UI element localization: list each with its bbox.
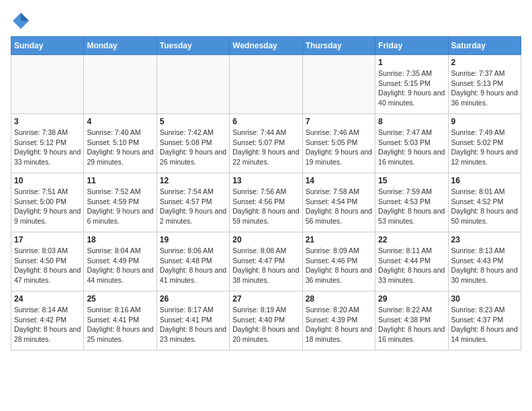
day-info: Sunrise: 8:20 AM Sunset: 4:39 PM Dayligh… <box>306 305 372 345</box>
day-info: Sunrise: 7:44 AM Sunset: 5:07 PM Dayligh… <box>232 128 299 167</box>
day-info: Sunrise: 7:52 AM Sunset: 4:59 PM Dayligh… <box>87 187 153 226</box>
day-info: Sunrise: 8:11 AM Sunset: 4:44 PM Dayligh… <box>378 246 445 285</box>
calendar-cell: 19Sunrise: 8:06 AM Sunset: 4:48 PM Dayli… <box>157 232 229 291</box>
day-number: 16 <box>451 176 518 185</box>
calendar-cell: 5Sunrise: 7:42 AM Sunset: 5:08 PM Daylig… <box>157 114 229 173</box>
calendar-cell: 11Sunrise: 7:52 AM Sunset: 4:59 PM Dayli… <box>84 173 157 232</box>
day-info: Sunrise: 7:47 AM Sunset: 5:03 PM Dayligh… <box>378 128 445 167</box>
logo-icon <box>11 11 31 31</box>
calendar-cell: 7Sunrise: 7:46 AM Sunset: 5:05 PM Daylig… <box>302 114 375 173</box>
day-number: 2 <box>451 58 518 67</box>
day-info: Sunrise: 7:49 AM Sunset: 5:02 PM Dayligh… <box>451 128 518 167</box>
day-number: 28 <box>306 294 372 304</box>
day-info: Sunrise: 8:16 AM Sunset: 4:41 PM Dayligh… <box>87 305 153 345</box>
calendar-cell: 14Sunrise: 7:58 AM Sunset: 4:54 PM Dayli… <box>302 173 375 232</box>
calendar-cell: 20Sunrise: 8:08 AM Sunset: 4:47 PM Dayli… <box>230 232 302 291</box>
weekday-header-monday: Monday <box>84 37 157 55</box>
day-number: 1 <box>378 58 445 67</box>
day-number: 12 <box>160 176 226 185</box>
day-info: Sunrise: 8:14 AM Sunset: 4:42 PM Dayligh… <box>14 305 81 345</box>
day-info: Sunrise: 8:08 AM Sunset: 4:47 PM Dayligh… <box>232 246 299 285</box>
day-number: 21 <box>306 235 372 244</box>
calendar-cell: 4Sunrise: 7:40 AM Sunset: 5:10 PM Daylig… <box>84 114 157 173</box>
day-number: 24 <box>14 294 81 304</box>
day-info: Sunrise: 8:06 AM Sunset: 4:48 PM Dayligh… <box>160 246 226 285</box>
calendar-cell <box>230 55 302 114</box>
day-info: Sunrise: 8:09 AM Sunset: 4:46 PM Dayligh… <box>306 246 372 285</box>
day-info: Sunrise: 8:04 AM Sunset: 4:49 PM Dayligh… <box>87 246 153 285</box>
day-number: 30 <box>451 294 518 304</box>
day-info: Sunrise: 8:19 AM Sunset: 4:40 PM Dayligh… <box>232 305 299 345</box>
day-info: Sunrise: 8:17 AM Sunset: 4:41 PM Dayligh… <box>160 305 226 345</box>
page-header <box>11 11 521 31</box>
weekday-header-thursday: Thursday <box>302 37 375 55</box>
calendar-cell: 17Sunrise: 8:03 AM Sunset: 4:50 PM Dayli… <box>11 232 84 291</box>
day-number: 20 <box>232 235 299 244</box>
day-info: Sunrise: 7:56 AM Sunset: 4:56 PM Dayligh… <box>232 187 299 226</box>
day-number: 14 <box>306 176 372 185</box>
day-info: Sunrise: 7:40 AM Sunset: 5:10 PM Dayligh… <box>87 128 153 167</box>
calendar-cell: 1Sunrise: 7:35 AM Sunset: 5:15 PM Daylig… <box>375 55 448 114</box>
day-info: Sunrise: 8:22 AM Sunset: 4:38 PM Dayligh… <box>378 305 445 345</box>
calendar-week-1: 3Sunrise: 7:38 AM Sunset: 5:12 PM Daylig… <box>11 114 521 173</box>
calendar-cell: 23Sunrise: 8:13 AM Sunset: 4:43 PM Dayli… <box>448 232 521 291</box>
calendar-cell: 22Sunrise: 8:11 AM Sunset: 4:44 PM Dayli… <box>375 232 448 291</box>
day-number: 19 <box>160 235 226 244</box>
day-number: 13 <box>232 176 299 185</box>
weekday-header-saturday: Saturday <box>448 37 521 55</box>
day-info: Sunrise: 7:58 AM Sunset: 4:54 PM Dayligh… <box>306 187 372 226</box>
calendar-table: SundayMondayTuesdayWednesdayThursdayFrid… <box>11 36 521 351</box>
calendar-cell: 3Sunrise: 7:38 AM Sunset: 5:12 PM Daylig… <box>11 114 84 173</box>
day-info: Sunrise: 7:51 AM Sunset: 5:00 PM Dayligh… <box>14 187 81 226</box>
calendar-body: 1Sunrise: 7:35 AM Sunset: 5:15 PM Daylig… <box>11 55 521 351</box>
calendar-header-row: SundayMondayTuesdayWednesdayThursdayFrid… <box>11 37 521 55</box>
calendar-cell: 12Sunrise: 7:54 AM Sunset: 4:57 PM Dayli… <box>157 173 229 232</box>
day-info: Sunrise: 7:54 AM Sunset: 4:57 PM Dayligh… <box>160 187 226 226</box>
calendar-cell: 24Sunrise: 8:14 AM Sunset: 4:42 PM Dayli… <box>11 291 84 351</box>
calendar-cell: 29Sunrise: 8:22 AM Sunset: 4:38 PM Dayli… <box>375 291 448 351</box>
day-number: 25 <box>87 294 153 304</box>
day-number: 6 <box>232 117 299 126</box>
day-number: 17 <box>14 235 81 244</box>
day-number: 10 <box>14 176 81 185</box>
calendar-week-3: 17Sunrise: 8:03 AM Sunset: 4:50 PM Dayli… <box>11 232 521 291</box>
day-info: Sunrise: 7:38 AM Sunset: 5:12 PM Dayligh… <box>14 128 81 167</box>
calendar-cell <box>302 55 375 114</box>
day-number: 29 <box>378 294 445 304</box>
calendar-cell: 13Sunrise: 7:56 AM Sunset: 4:56 PM Dayli… <box>230 173 302 232</box>
calendar-cell: 15Sunrise: 7:59 AM Sunset: 4:53 PM Dayli… <box>375 173 448 232</box>
calendar-cell: 27Sunrise: 8:19 AM Sunset: 4:40 PM Dayli… <box>230 291 302 351</box>
day-number: 23 <box>451 235 518 244</box>
calendar-cell: 10Sunrise: 7:51 AM Sunset: 5:00 PM Dayli… <box>11 173 84 232</box>
calendar-cell: 18Sunrise: 8:04 AM Sunset: 4:49 PM Dayli… <box>84 232 157 291</box>
calendar-cell: 25Sunrise: 8:16 AM Sunset: 4:41 PM Dayli… <box>84 291 157 351</box>
day-number: 15 <box>378 176 445 185</box>
weekday-header-tuesday: Tuesday <box>157 37 229 55</box>
calendar-cell: 9Sunrise: 7:49 AM Sunset: 5:02 PM Daylig… <box>448 114 521 173</box>
day-info: Sunrise: 7:35 AM Sunset: 5:15 PM Dayligh… <box>378 68 445 108</box>
svg-marker-1 <box>21 13 29 21</box>
day-number: 18 <box>87 235 153 244</box>
day-number: 8 <box>378 117 445 126</box>
day-info: Sunrise: 8:23 AM Sunset: 4:37 PM Dayligh… <box>451 305 518 345</box>
day-info: Sunrise: 8:03 AM Sunset: 4:50 PM Dayligh… <box>14 246 81 285</box>
calendar-cell: 16Sunrise: 8:01 AM Sunset: 4:52 PM Dayli… <box>448 173 521 232</box>
weekday-header-friday: Friday <box>375 37 448 55</box>
day-number: 4 <box>87 117 153 126</box>
day-number: 26 <box>160 294 226 304</box>
day-number: 22 <box>378 235 445 244</box>
calendar-cell: 30Sunrise: 8:23 AM Sunset: 4:37 PM Dayli… <box>448 291 521 351</box>
day-info: Sunrise: 8:13 AM Sunset: 4:43 PM Dayligh… <box>451 246 518 285</box>
day-info: Sunrise: 8:01 AM Sunset: 4:52 PM Dayligh… <box>451 187 518 226</box>
calendar-cell: 2Sunrise: 7:37 AM Sunset: 5:13 PM Daylig… <box>448 55 521 114</box>
calendar-cell <box>84 55 157 114</box>
calendar-cell: 8Sunrise: 7:47 AM Sunset: 5:03 PM Daylig… <box>375 114 448 173</box>
day-number: 7 <box>306 117 372 126</box>
calendar-cell: 21Sunrise: 8:09 AM Sunset: 4:46 PM Dayli… <box>302 232 375 291</box>
calendar-cell: 6Sunrise: 7:44 AM Sunset: 5:07 PM Daylig… <box>230 114 302 173</box>
day-info: Sunrise: 7:42 AM Sunset: 5:08 PM Dayligh… <box>160 128 226 167</box>
day-number: 9 <box>451 117 518 126</box>
calendar-cell: 28Sunrise: 8:20 AM Sunset: 4:39 PM Dayli… <box>302 291 375 351</box>
calendar-week-2: 10Sunrise: 7:51 AM Sunset: 5:00 PM Dayli… <box>11 173 521 232</box>
weekday-header-sunday: Sunday <box>11 37 84 55</box>
